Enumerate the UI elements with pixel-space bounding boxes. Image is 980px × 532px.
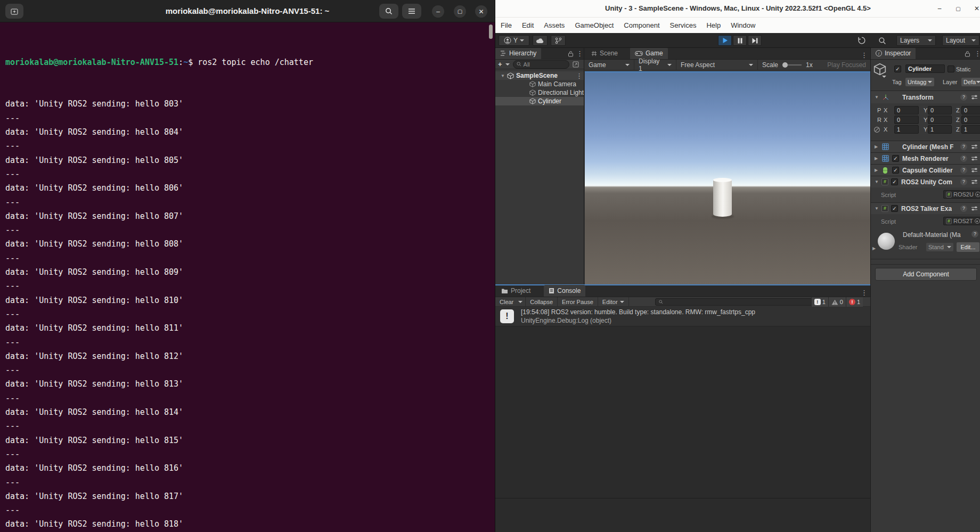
terminal-menu-button[interactable] [402,4,421,19]
terminal-search-button[interactable] [379,4,398,19]
presets-icon[interactable] [971,144,978,150]
hierarchy-search-input[interactable]: All [513,60,569,69]
lock-icon[interactable] [568,51,574,57]
help-icon[interactable]: ? [971,231,978,238]
menu-item-help[interactable]: Help [706,21,721,29]
collapse-button[interactable]: Collapse [526,297,558,307]
material-edit-button[interactable]: Edit... [957,242,979,252]
terminal-close-button[interactable]: ✕ [475,5,487,18]
clear-button[interactable]: Clear [495,297,516,307]
slider-track[interactable] [782,62,802,68]
presets-icon[interactable] [971,167,978,173]
undo-history-button[interactable] [858,36,866,45]
aspect-dropdown[interactable]: Free Aspect [676,60,758,70]
rotation-x-field[interactable]: 0 [894,116,919,124]
kebab-menu-icon[interactable]: ⋮ [861,289,867,297]
foldout-closed-icon[interactable]: ▶ [875,156,880,161]
kebab-menu-icon[interactable]: ⋮ [576,72,582,80]
position-y-field[interactable]: 0 [928,106,952,114]
presets-icon[interactable] [971,155,978,161]
console-search-input[interactable] [655,298,817,306]
tab-project[interactable]: Project [496,285,535,297]
script-object-field[interactable]: # ROS2U [943,190,980,199]
help-icon[interactable]: ? [960,167,967,174]
tab-scene[interactable]: Scene [586,48,623,59]
help-icon[interactable]: ? [960,143,967,150]
scale-z-field[interactable]: 1 [961,125,980,134]
transform-header[interactable]: ▼ Transform ? [871,91,980,103]
tab-hierarchy[interactable]: Hierarchy [495,48,541,59]
tab-console[interactable]: Console [544,285,585,297]
chevron-down-icon[interactable] [882,76,886,78]
component-header-mesh-filter[interactable]: ▶ Cylinder (Mesh F ? [871,141,980,152]
cloud-services-button[interactable] [533,35,548,46]
object-picker-icon[interactable] [975,218,980,224]
presets-icon[interactable] [971,206,978,211]
play-focused-toggle[interactable]: Play Focused [823,60,870,70]
kebab-menu-icon[interactable]: ⋮ [861,51,867,59]
kebab-menu-icon[interactable]: ⋮ [576,50,583,58]
script-object-field[interactable]: # ROS2T [943,217,980,225]
hierarchy-item-directional-light[interactable]: Directional Light [495,88,584,97]
foldout-closed-icon[interactable]: ▶ [875,144,880,149]
rotation-z-field[interactable]: 0 [961,116,980,124]
gameobject-enabled-checkbox[interactable]: ✓ [894,66,901,72]
layers-dropdown[interactable]: Layers [896,35,936,46]
hierarchy-item-cylinder[interactable]: Cylinder [495,97,584,105]
info-filter-button[interactable]: ! 1 [811,297,828,307]
open-window-icon[interactable] [573,61,579,68]
hierarchy-scene-row[interactable]: ▼ SampleScene ⋮ [495,71,584,80]
new-tab-button[interactable] [5,4,23,19]
component-header-mesh-renderer[interactable]: ▶ ✓ Mesh Renderer ? [871,152,980,164]
foldout-closed-icon[interactable]: ▶ [875,168,880,173]
console-log-entry[interactable]: ! [19:54:08] ROS2 version: humble. Build… [495,307,870,326]
presets-icon[interactable] [971,179,978,185]
account-dropdown[interactable]: Y [499,35,529,46]
static-checkbox[interactable] [948,66,954,72]
tag-dropdown[interactable]: Untagg [905,78,934,86]
shader-dropdown[interactable]: Stand [926,243,953,251]
tab-inspector[interactable]: i Inspector [871,48,916,59]
scale-slider[interactable]: Scale 1x [758,60,817,70]
menu-item-services[interactable]: Services [670,21,697,29]
chevron-down-icon[interactable] [505,63,510,66]
layout-dropdown[interactable]: Layout [942,35,979,46]
help-icon[interactable]: ? [960,94,967,101]
warning-filter-button[interactable]: 0 [828,297,846,307]
lock-icon[interactable] [965,51,970,57]
foldout-open-icon[interactable]: ▼ [875,179,880,184]
hierarchy-item-main-camera[interactable]: Main Camera [495,80,584,88]
scale-link-icon[interactable] [873,126,880,133]
play-button[interactable] [718,35,732,46]
kebab-menu-icon[interactable]: ⋮ [974,50,980,58]
menu-item-component[interactable]: Component [624,21,659,29]
terminal-scrollbar-thumb[interactable] [489,24,493,39]
clear-dropdown[interactable] [516,297,526,307]
scale-y-field[interactable]: 1 [928,125,952,134]
position-z-field[interactable]: 0 [961,106,980,114]
terminal-minimize-button[interactable]: – [432,5,444,18]
foldout-open-icon[interactable]: ▼ [875,206,880,211]
menu-item-gameobject[interactable]: GameObject [575,21,614,29]
display-dropdown[interactable]: Display 1 [634,60,676,70]
rotation-y-field[interactable]: 0 [928,116,952,124]
foldout-open-icon[interactable]: ▼ [875,95,880,100]
unity-maximize-button[interactable]: ▢ [953,3,963,14]
component-header-ros2-unity-component[interactable]: ▼ # ✓ ROS2 Unity Com ? [871,176,980,187]
menu-item-edit[interactable]: Edit [522,21,534,29]
error-pause-button[interactable]: Error Pause [558,297,598,307]
object-picker-icon[interactable] [975,192,980,197]
component-enabled-checkbox[interactable]: ✓ [891,178,898,185]
version-control-button[interactable] [551,35,566,46]
terminal-maximize-button[interactable]: ▢ [454,5,466,18]
foldout-open-icon[interactable]: ▼ [501,73,506,78]
menu-item-file[interactable]: File [501,21,512,29]
foldout-closed-icon[interactable]: ▶ [872,246,878,251]
help-icon[interactable]: ? [960,155,967,162]
slider-knob[interactable] [782,62,788,68]
menu-item-assets[interactable]: Assets [544,21,565,29]
toolbar-search-button[interactable] [878,37,886,45]
help-icon[interactable]: ? [960,205,967,212]
add-component-button[interactable]: Add Component [875,268,977,281]
step-button[interactable] [748,35,762,46]
